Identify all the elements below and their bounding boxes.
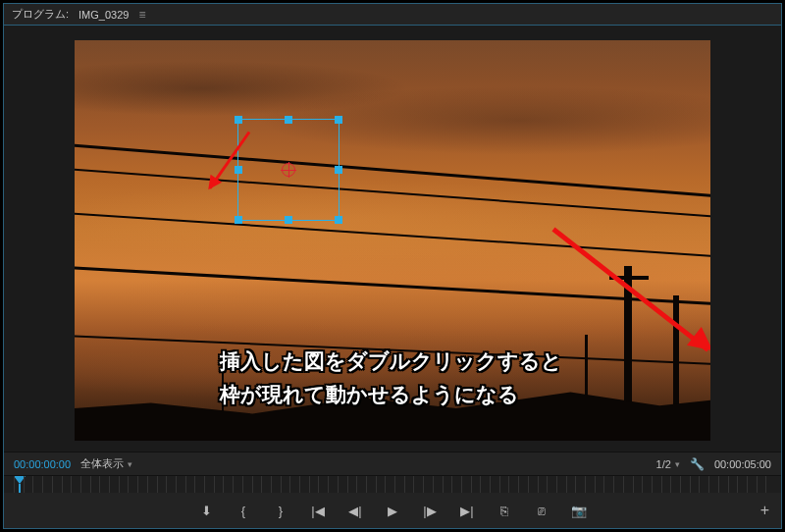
ruler-tick <box>147 476 148 493</box>
ruler-tick <box>62 476 63 493</box>
mark-out-open-button[interactable]: { <box>236 504 251 518</box>
ruler-tick <box>623 476 624 493</box>
mark-out-close-button[interactable]: } <box>273 504 288 518</box>
ruler-tick <box>194 476 195 493</box>
ruler-tick <box>52 476 53 493</box>
ruler-tick <box>737 476 738 493</box>
ruler-tick <box>538 476 539 493</box>
ruler-tick <box>556 476 557 493</box>
ruler-tick <box>80 476 81 493</box>
annotation-caption: 挿入した図をダブルクリックすると 枠が現れて動かせるようになる <box>220 345 562 410</box>
ruler-tick <box>680 476 681 493</box>
panel-title-prefix: プログラム: <box>12 7 69 22</box>
ruler-tick <box>690 476 691 493</box>
current-timecode[interactable]: 00:00:00:00 <box>14 458 71 470</box>
ruler-tick <box>347 476 348 493</box>
resize-handle-bc[interactable] <box>285 216 292 224</box>
ruler-tick <box>385 476 386 493</box>
ruler-tick <box>32 476 33 493</box>
settings-wrench-icon[interactable]: 🔧 <box>690 457 705 471</box>
ruler-tick <box>433 476 434 493</box>
resize-handle-tl[interactable] <box>235 116 242 124</box>
ruler-tick <box>356 476 357 493</box>
ruler-tick <box>24 476 25 493</box>
ruler-tick <box>528 476 529 493</box>
ruler-tick <box>747 476 748 493</box>
time-ruler[interactable] <box>4 475 781 493</box>
anchor-point-icon[interactable] <box>282 163 295 177</box>
resize-handle-tr[interactable] <box>335 116 342 124</box>
ruler-tick <box>499 476 500 493</box>
graphic-selection-box[interactable] <box>237 119 340 221</box>
add-button-icon[interactable]: + <box>760 502 769 519</box>
ruler-tick <box>508 476 509 493</box>
panel-menu-icon[interactable]: ≡ <box>138 8 145 22</box>
ruler-tick <box>252 476 253 493</box>
resize-handle-ml[interactable] <box>235 166 242 174</box>
ruler-tick <box>42 476 43 493</box>
resize-handle-br[interactable] <box>335 216 342 224</box>
program-viewport[interactable]: 挿入した図をダブルクリックすると 枠が現れて動かせるようになる <box>4 26 781 452</box>
chevron-down-icon: ▾ <box>128 459 132 469</box>
ruler-tick <box>642 476 643 493</box>
video-canvas[interactable]: 挿入した図をダブルクリックすると 枠が現れて動かせるようになる <box>75 40 710 441</box>
ruler-tick <box>585 476 586 493</box>
step-forward-button[interactable]: |▶ <box>422 504 438 518</box>
zoom-dropdown[interactable]: 全体表示 ▾ <box>80 456 132 471</box>
go-to-out-button[interactable]: ▶| <box>459 504 475 518</box>
ruler-tick <box>480 476 481 493</box>
ruler-tick <box>728 476 729 493</box>
ruler-tick <box>328 476 329 493</box>
resolution-dropdown[interactable]: 1/2 ▾ <box>656 458 680 470</box>
ruler-tick <box>309 476 310 493</box>
ruler-tick <box>718 476 719 493</box>
ruler-tick <box>233 476 234 493</box>
panel-title-clipname: IMG_0329 <box>78 9 129 21</box>
ruler-tick <box>214 476 215 493</box>
ruler-tick <box>185 476 186 493</box>
ruler-tick <box>271 476 272 493</box>
mark-in-button[interactable]: ⬇ <box>198 504 214 518</box>
ruler-tick <box>670 476 671 493</box>
ruler-tick <box>289 476 290 493</box>
ruler-tick <box>318 476 319 493</box>
ruler-tick <box>765 476 766 493</box>
ruler-tick <box>603 476 604 493</box>
program-monitor-panel: プログラム: IMG_0329 ≡ <box>3 3 782 529</box>
ruler-tick <box>281 476 282 493</box>
transport-bar: ⬇ { } |◀ ◀| ▶ |▶ ▶| ⎘ ⎚ 📷 + <box>4 493 781 528</box>
ruler-tick <box>119 476 120 493</box>
ruler-tick <box>413 476 414 493</box>
ruler-tick <box>461 476 462 493</box>
ruler-tick <box>157 476 158 493</box>
ruler-tick <box>204 476 205 493</box>
step-back-button[interactable]: ◀| <box>347 504 363 518</box>
lift-button[interactable]: ⎘ <box>497 504 512 518</box>
total-timecode: 00:00:05:00 <box>714 458 771 470</box>
ruler-tick <box>404 476 405 493</box>
ruler-tick <box>299 476 300 493</box>
ruler-tick <box>443 476 444 493</box>
ruler-tick <box>518 476 519 493</box>
export-frame-button[interactable]: 📷 <box>571 504 587 518</box>
ruler-tick <box>595 476 596 493</box>
resize-handle-tc[interactable] <box>285 116 292 124</box>
ruler-tick <box>99 476 100 493</box>
go-to-in-button[interactable]: |◀ <box>310 504 326 518</box>
play-button[interactable]: ▶ <box>385 504 400 518</box>
ruler-tick <box>394 476 395 493</box>
ruler-tick <box>757 476 758 493</box>
ruler-tick <box>490 476 491 493</box>
ruler-tick <box>633 476 634 493</box>
ruler-tick <box>166 476 167 493</box>
ruler-tick <box>90 476 91 493</box>
ruler-tick <box>14 476 15 493</box>
info-bar: 00:00:00:00 全体表示 ▾ 1/2 ▾ 🔧 00:00:05:00 <box>4 452 781 475</box>
ruler-tick <box>223 476 224 493</box>
ruler-tick <box>471 476 472 493</box>
extract-button[interactable]: ⎚ <box>534 504 550 518</box>
ruler-tick <box>451 476 452 493</box>
resize-handle-mr[interactable] <box>335 166 342 174</box>
ruler-tick <box>137 476 138 493</box>
resize-handle-bl[interactable] <box>235 216 242 224</box>
